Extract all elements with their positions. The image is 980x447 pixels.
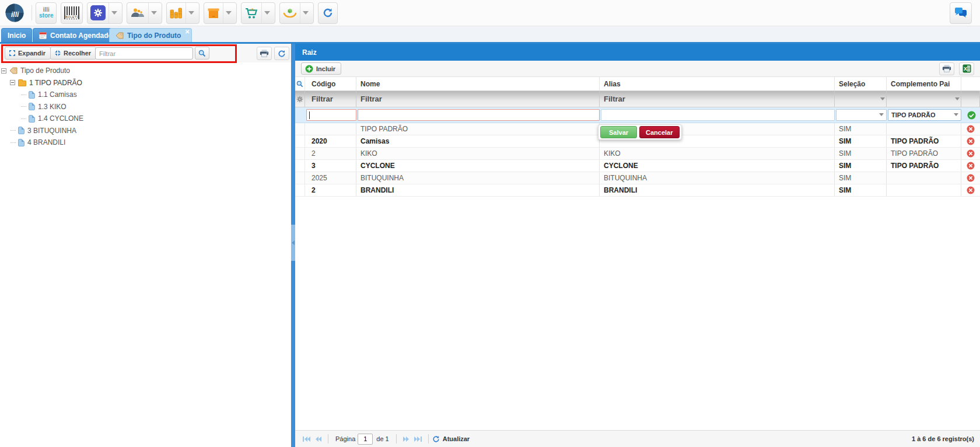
tab-inicio[interactable]: Inicio — [1, 28, 32, 42]
chat-button[interactable] — [950, 2, 972, 24]
settings-dropdown-arrow[interactable] — [108, 3, 119, 23]
tree-elbow-line — [10, 142, 16, 143]
folder-icon — [18, 81, 26, 86]
people-dropdown-arrow[interactable] — [148, 3, 159, 23]
column-header-actions — [961, 77, 980, 90]
column-header-complemento-pai[interactable]: Complemento Pai — [887, 77, 961, 90]
tree-node[interactable]: 4 BRANDILI — [0, 137, 291, 149]
records-count: 1 à 6 de 6 registro(s) — [912, 435, 975, 442]
filter-complemento-dropdown[interactable] — [887, 91, 961, 107]
tab-tipo-do-produto[interactable]: Tipo do Produto ✕ — [109, 28, 192, 42]
table-row[interactable]: 3 CYCLONE CYCLONE SIM TIPO PADRÃO — [295, 160, 980, 172]
tree-collapse-toggle-icon[interactable] — [1, 68, 6, 74]
save-button[interactable]: Salvar — [600, 126, 637, 138]
selecao-select[interactable] — [836, 109, 887, 121]
edit-alias-cell — [600, 107, 835, 123]
tree-print-button[interactable] — [257, 47, 272, 60]
tab-close-icon[interactable]: ✕ — [185, 29, 190, 35]
table-row[interactable]: 2 KIKO KIKO SIM TIPO PADRÃO — [295, 148, 980, 160]
nome-input[interactable] — [358, 109, 600, 121]
filter-selecao-dropdown[interactable] — [835, 91, 887, 107]
complemento-pai-select[interactable]: TIPO PADRÃO — [888, 109, 961, 121]
stock-dropdown-arrow[interactable] — [300, 3, 310, 23]
table-row[interactable]: 2 BRANDILI BRANDILI SIM — [295, 184, 980, 197]
people-icon — [130, 8, 145, 18]
grid-filter-row: Filtrar Filtrar Filtrar — [295, 91, 980, 107]
reports-dropdown-arrow[interactable] — [186, 3, 196, 23]
refresh-icon — [432, 435, 440, 443]
tree-refresh-button[interactable] — [274, 47, 289, 60]
export-excel-button[interactable]: X — [959, 62, 974, 75]
tree-node[interactable]: 1 TIPO PADRÃO — [0, 77, 291, 89]
next-page-button[interactable] — [402, 436, 410, 442]
tree-node[interactable]: 1.1 Camisas — [0, 89, 291, 101]
tree-panel: Expandir Recolher — [0, 44, 291, 447]
panel-splitter[interactable] — [291, 44, 295, 447]
calendar-icon — [39, 32, 47, 39]
tree-node[interactable]: 3 BITUQUINHA — [0, 125, 291, 137]
stock-menu-button[interactable] — [279, 2, 314, 24]
delete-row-icon[interactable] — [967, 137, 975, 145]
cell-nome: BRANDILI — [356, 184, 600, 196]
alias-input[interactable] — [601, 109, 835, 121]
cell-codigo: 2 — [305, 148, 356, 159]
tree-node-label: 1.1 Camisas — [38, 90, 77, 99]
page-number-input[interactable] — [358, 434, 373, 445]
products-dropdown-arrow[interactable] — [223, 3, 233, 23]
delete-row-icon[interactable] — [967, 125, 975, 133]
table-row[interactable]: 2025 BITUQUINHA BITUQUINHA SIM — [295, 172, 980, 184]
excel-icon: X — [963, 64, 971, 73]
tag-icon — [9, 67, 18, 74]
sales-dropdown-arrow[interactable] — [261, 3, 272, 23]
cell-nome: KIKO — [356, 148, 600, 159]
delete-row-icon[interactable] — [967, 174, 975, 182]
grid-search-gutter[interactable] — [295, 77, 305, 90]
illi-store-button[interactable]: illi store — [36, 2, 57, 24]
confirm-check-icon[interactable] — [967, 111, 976, 120]
include-button[interactable]: Incluir — [301, 62, 341, 75]
delete-row-icon[interactable] — [967, 162, 975, 170]
collapse-button[interactable]: Recolher — [50, 47, 96, 60]
last-page-button[interactable] — [414, 436, 422, 442]
products-menu-button[interactable] — [204, 2, 237, 24]
tree-collapse-toggle-icon[interactable] — [10, 80, 15, 85]
refresh-button[interactable] — [318, 2, 338, 24]
tag-icon — [116, 32, 124, 39]
filter-codigo[interactable]: Filtrar — [305, 91, 356, 107]
page-of-label: de 1 — [376, 435, 388, 442]
plus-circle-icon — [305, 65, 313, 73]
filter-alias[interactable]: Filtrar — [600, 91, 835, 107]
cell-codigo — [305, 123, 356, 135]
sales-menu-button[interactable] — [241, 2, 275, 24]
grid-print-button[interactable] — [939, 62, 954, 75]
tree-filter-input[interactable] — [95, 47, 193, 60]
column-header-nome[interactable]: Nome — [356, 77, 600, 90]
tab-contato-agendado[interactable]: Contato Agendado — [33, 28, 119, 42]
column-header-selecao[interactable]: Seleção — [835, 77, 887, 90]
first-page-button[interactable] — [302, 436, 310, 442]
expand-button[interactable]: Expandir — [5, 47, 51, 60]
tree-node[interactable]: 1.4 CYCLONE — [0, 113, 291, 125]
boleto-button[interactable]: BOLETO — [61, 2, 83, 24]
delete-row-icon[interactable] — [967, 186, 975, 194]
settings-menu-button[interactable] — [87, 2, 123, 24]
reports-menu-button[interactable] — [166, 2, 200, 24]
codigo-input[interactable] — [306, 109, 356, 121]
filter-nome[interactable]: Filtrar — [356, 91, 600, 107]
cancel-button[interactable]: Cancelar — [639, 126, 679, 138]
svg-text:illi: illi — [11, 11, 19, 19]
prev-page-button[interactable] — [315, 436, 322, 442]
tree-node-label: 1.3 KIKO — [38, 103, 66, 111]
delete-row-icon[interactable] — [967, 149, 975, 158]
column-header-alias[interactable]: Alias — [600, 77, 835, 90]
people-menu-button[interactable] — [127, 2, 162, 24]
splitter-collapse-handle[interactable] — [291, 225, 295, 261]
app-logo-icon[interactable]: illi — [5, 3, 24, 23]
tree-node[interactable]: 1.3 KIKO — [0, 101, 291, 113]
tree-search-button[interactable] — [195, 47, 209, 60]
tree-root-node[interactable]: Tipo de Produto — [0, 65, 291, 77]
column-header-codigo[interactable]: Código — [305, 77, 356, 90]
refresh-grid-button[interactable]: Atualizar — [432, 435, 470, 443]
gear-icon — [296, 96, 303, 103]
grid-settings-gutter[interactable] — [295, 91, 305, 107]
